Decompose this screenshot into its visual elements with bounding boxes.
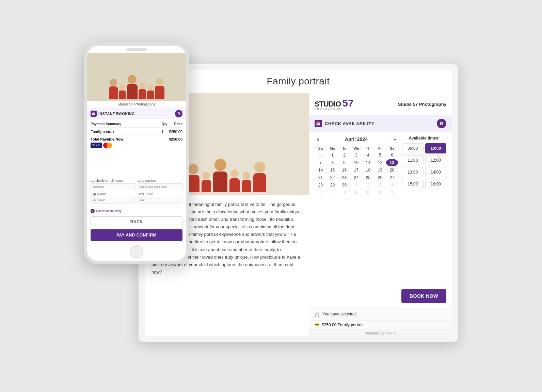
cal-day[interactable]: 1: [326, 151, 338, 159]
cal-day[interactable]: 5: [315, 189, 326, 196]
logo-container: STUDiO 57 PHOTOGRAPHY: [315, 98, 354, 110]
cal-day[interactable]: 14: [315, 166, 326, 174]
time-slot-1600[interactable]: 16:00: [425, 179, 447, 189]
mobile-calendar-icon: 📅: [91, 111, 97, 117]
cal-day[interactable]: 5: [374, 151, 386, 159]
cal-day[interactable]: 9: [362, 189, 374, 196]
next-month-button[interactable]: »: [391, 136, 398, 143]
cal-day[interactable]: 18: [362, 166, 374, 174]
mobile-cancellation: i Cancellation policy: [87, 208, 186, 214]
mobile-studio-name: Studio 57 Photography: [87, 101, 186, 108]
calendar-table: Su Mo Tu We Th Fr Sa: [315, 145, 398, 196]
cal-day[interactable]: 10: [374, 189, 386, 196]
cal-day[interactable]: 11: [362, 159, 374, 166]
cal-day[interactable]: 30: [338, 181, 350, 189]
times-section: Available times: 09:00 10:00 11:00 12:00…: [402, 136, 446, 282]
mobile-photo-bg: [87, 53, 186, 101]
cal-day[interactable]: 25: [362, 174, 374, 181]
cal-day[interactable]: 20: [386, 166, 398, 174]
cal-day[interactable]: 4: [386, 181, 398, 189]
scene: Family portrait: [84, 43, 458, 349]
powered-by: Powered by nob་ki: [309, 329, 452, 336]
cal-day[interactable]: 9: [338, 159, 350, 166]
time-slot-1000[interactable]: 10:00: [425, 143, 447, 153]
book-now-button[interactable]: BOOK NOW: [401, 289, 446, 303]
cal-day[interactable]: 2: [338, 151, 350, 159]
back-button[interactable]: BACK: [91, 216, 182, 227]
cal-day[interactable]: 26: [374, 174, 386, 181]
desktop-inner: Family portrait: [145, 70, 452, 336]
time-slot-1300[interactable]: 13:00: [402, 167, 424, 177]
cal-day-selected[interactable]: 13: [386, 159, 398, 166]
cal-day[interactable]: 12: [374, 159, 386, 166]
cal-day[interactable]: 3: [374, 181, 386, 189]
cvn-label: CVN / CVV: [138, 192, 182, 196]
cal-day[interactable]: 2: [362, 181, 374, 189]
cal-day[interactable]: 10: [350, 159, 362, 166]
mobile-form-section: Cardholder's Full Name Card Number Expir…: [87, 179, 186, 208]
mobile-cardholder-row: Cardholder's Full Name Card Number: [91, 179, 182, 190]
cal-day[interactable]: 29: [326, 181, 338, 189]
cal-day[interactable]: 22: [326, 174, 338, 181]
day-header-fr: Fr: [374, 145, 386, 151]
mobile-cvn-group: CVN / CVV: [138, 192, 182, 203]
prev-month-button[interactable]: «: [315, 136, 321, 143]
calendar-widget: « April 2024 » Su Mo Tu: [315, 136, 398, 282]
times-label: Available times:: [402, 136, 446, 141]
studio-header: STUDiO 57 PHOTOGRAPHY Studio 57 Photogra…: [309, 93, 452, 115]
mobile-home-button[interactable]: [130, 245, 143, 259]
cal-day[interactable]: 28: [315, 181, 326, 189]
cal-day[interactable]: 31: [315, 151, 326, 159]
pay-confirm-button[interactable]: PAY AND cONfirM: [91, 229, 182, 241]
time-slot-1500[interactable]: 15:00: [402, 179, 424, 189]
cal-day[interactable]: 6: [386, 151, 398, 159]
cal-day[interactable]: 7: [338, 189, 350, 196]
cal-day[interactable]: 19: [374, 166, 386, 174]
cal-day[interactable]: 15: [326, 166, 338, 174]
mobile-booking-header: 📅 INSTANT BOOKING R: [87, 108, 186, 119]
cal-day[interactable]: 11: [386, 189, 398, 196]
calendar-section: « April 2024 » Su Mo Tu: [309, 132, 452, 286]
mobile-user-avatar: R: [175, 110, 182, 117]
cal-day[interactable]: 8: [326, 159, 338, 166]
calendar-month: April 2024: [345, 136, 368, 142]
day-header-th: Th: [362, 145, 374, 151]
cal-day[interactable]: 23: [338, 174, 350, 181]
cal-day[interactable]: 17: [350, 166, 362, 174]
card-number-label: Card Number: [138, 179, 182, 182]
page-title-bar: Family portrait: [145, 70, 452, 93]
cart-icon: 🛒: [315, 311, 320, 317]
day-header-tu: Tu: [338, 145, 350, 151]
cal-day[interactable]: 27: [386, 174, 398, 181]
user-avatar: R: [437, 119, 446, 128]
time-slot-0900[interactable]: 09:00: [402, 143, 424, 153]
right-panel: STUDiO 57 PHOTOGRAPHY Studio 57 Photogra…: [309, 93, 452, 336]
card-number-input[interactable]: [138, 183, 182, 190]
mobile-instant-booking: 📅 INSTANT BOOKING: [91, 111, 135, 117]
time-slot-1400[interactable]: 14:00: [425, 167, 447, 177]
cal-day[interactable]: 7: [315, 159, 326, 166]
cal-day[interactable]: 16: [338, 166, 350, 174]
mobile-photo: [87, 53, 186, 101]
cal-day[interactable]: 21: [315, 174, 326, 181]
info-icon: i: [91, 209, 95, 213]
payment-total-row: Total Payable Now: $250.00: [91, 135, 182, 141]
expiry-input[interactable]: [91, 197, 136, 203]
mobile-frame: Studio 57 Photography 📅 INSTANT BOOKING …: [84, 43, 189, 264]
cardholder-input[interactable]: [91, 183, 136, 190]
time-slot-1200[interactable]: 12:00: [425, 155, 447, 165]
cal-day[interactable]: 3: [350, 151, 362, 159]
time-slot-1100[interactable]: 11:00: [402, 155, 424, 165]
content-area: ot only beautiful, but meaningful family…: [145, 93, 452, 336]
credit-card-icon: 💳: [315, 323, 320, 327]
cal-day[interactable]: 8: [350, 189, 362, 196]
cal-day[interactable]: 6: [326, 189, 338, 196]
cal-day[interactable]: 24: [350, 174, 362, 181]
mobile-notch: [126, 48, 147, 51]
day-header-we: We: [350, 145, 362, 151]
cal-day[interactable]: 4: [362, 151, 374, 159]
cvn-input[interactable]: [138, 197, 182, 203]
book-now-row: BOOK NOW: [309, 286, 452, 308]
mobile-status-bar: [87, 46, 186, 53]
cal-day[interactable]: 1: [350, 181, 362, 189]
